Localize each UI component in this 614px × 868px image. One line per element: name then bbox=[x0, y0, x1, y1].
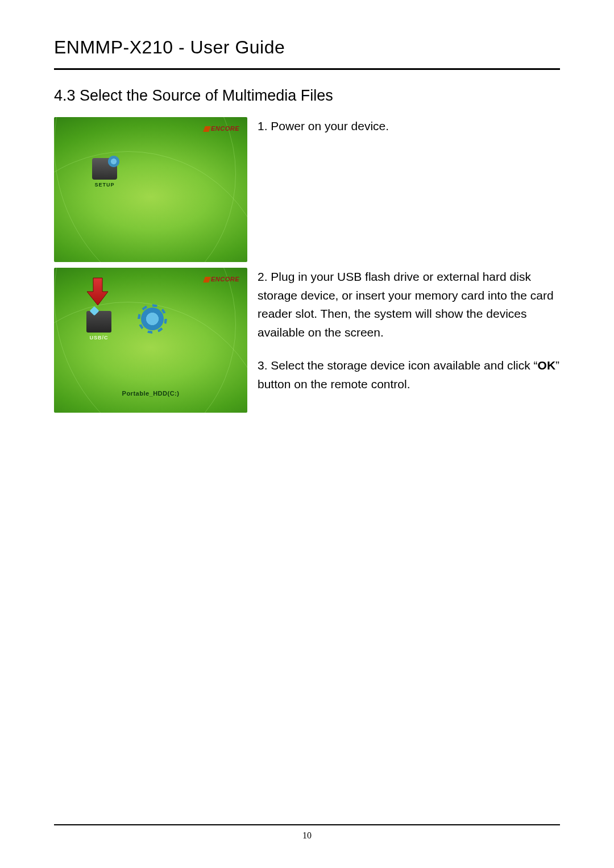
step-1-text: 1. Power on your device. bbox=[258, 117, 389, 151]
screenshot-2: ENCORE USB/C Portab bbox=[54, 268, 247, 413]
step-row-1: ENCORE SETUP 1. Power on your device. bbox=[54, 117, 560, 262]
setup-label: SETUP bbox=[87, 182, 122, 188]
divider-top bbox=[54, 68, 560, 70]
gear-glyph-icon bbox=[141, 308, 164, 330]
step-2-3-text: 2. Plug in your USB flash drive or exter… bbox=[258, 268, 560, 408]
usb-label: USB/C bbox=[81, 335, 117, 340]
brand-logo: ENCORE bbox=[204, 125, 239, 132]
setup-icon: SETUP bbox=[87, 158, 122, 188]
screenshot2-bottom-label: Portable_HDD(C:) bbox=[54, 390, 247, 397]
brand-logo: ENCORE bbox=[204, 276, 239, 283]
gear-icon bbox=[135, 308, 170, 330]
divider-bottom bbox=[54, 824, 560, 825]
section-heading: 4.3 Select the Source of Multimedia File… bbox=[54, 87, 560, 105]
step-1-paragraph: 1. Power on your device. bbox=[258, 117, 389, 136]
step-row-2: ENCORE USB/C Portab bbox=[54, 268, 560, 413]
step-3-pre: 3. Select the storage device icon availa… bbox=[258, 359, 538, 372]
step-3-bold: OK bbox=[538, 359, 556, 372]
page-number: 10 bbox=[0, 830, 614, 841]
step-2-paragraph: 2. Plug in your USB flash drive or exter… bbox=[258, 268, 560, 342]
document-title: ENMMP-X210 - User Guide bbox=[54, 37, 560, 58]
step-3-paragraph: 3. Select the storage device icon availa… bbox=[258, 356, 560, 393]
usb-icon: USB/C bbox=[81, 311, 117, 340]
setup-glyph-icon bbox=[92, 158, 117, 180]
hdd-glyph-icon bbox=[86, 311, 111, 333]
screenshot-1: ENCORE SETUP bbox=[54, 117, 247, 262]
